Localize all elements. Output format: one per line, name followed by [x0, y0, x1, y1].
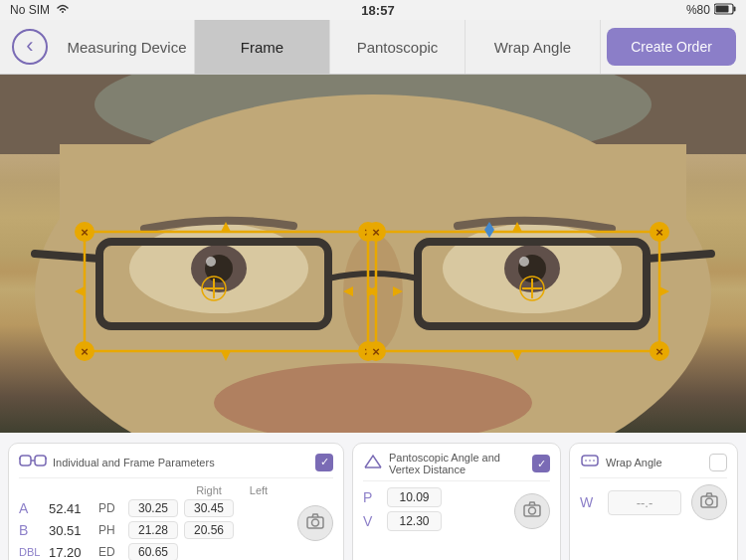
row-V: V 12.30 — [363, 511, 504, 531]
bottom-panels: Individual and Frame Parameters ✓ Right … — [0, 433, 746, 560]
status-bar: No SIM 18:57 %80 — [0, 0, 746, 20]
pd-left[interactable]: 30.45 — [184, 499, 234, 517]
svg-rect-54 — [20, 456, 31, 466]
row-A: A 52.41 PD 30.25 30.45 — [19, 499, 289, 517]
value-B: 30.51 — [49, 523, 98, 538]
panel2-check[interactable]: ✓ — [532, 455, 550, 472]
tab-measuring-device[interactable]: Measuring Device — [60, 20, 195, 74]
tab-bar: ‹ Measuring Device Frame Pantoscopic Wra… — [0, 20, 746, 75]
pd-right[interactable]: 30.25 — [128, 499, 178, 517]
label-B: B — [19, 522, 49, 538]
ed-value[interactable]: 60.65 — [128, 543, 178, 560]
glasses-icon — [19, 452, 47, 472]
tab-wrap-angle[interactable]: Wrap Angle — [466, 20, 601, 74]
sublabel-ED: ED — [98, 545, 128, 559]
wrap-icon — [580, 452, 600, 472]
row-P: P 10.09 — [363, 487, 504, 507]
panel-wrap-angle: Wrap Angle W --.- — [569, 443, 738, 560]
svg-rect-55 — [35, 456, 46, 466]
tab-pantoscopic[interactable]: Pantoscopic — [330, 20, 466, 74]
panel1-left-data: Right Left A 52.41 PD 30.25 30.45 B 30.5… — [19, 484, 289, 560]
panel1-header: Individual and Frame Parameters ✓ — [19, 452, 333, 478]
battery-icon — [714, 3, 736, 18]
angle-icon — [363, 454, 383, 474]
panel3-camera-button[interactable] — [691, 484, 727, 520]
svg-point-63 — [706, 498, 713, 505]
status-left: No SIM — [10, 3, 70, 17]
value-P[interactable]: 10.09 — [387, 487, 442, 507]
panel2-data: P 10.09 V 12.30 — [363, 487, 504, 535]
ph-right[interactable]: 21.28 — [128, 521, 178, 539]
battery-label: %80 — [686, 3, 710, 17]
status-right: %80 — [686, 3, 736, 18]
carrier-label: No SIM — [10, 3, 50, 17]
row-DBL: DBL 17.20 ED 60.65 — [19, 543, 289, 560]
col-left-label: Left — [234, 484, 283, 496]
value-DBL: 17.20 — [49, 545, 98, 560]
camera-view: × × × × × × × × — [0, 75, 746, 433]
panel3-body: W --.- — [580, 484, 727, 520]
label-V: V — [363, 513, 383, 529]
row-B: B 30.51 PH 21.28 20.56 — [19, 521, 289, 539]
panel1-camera-button[interactable] — [297, 505, 333, 541]
panel1-check[interactable]: ✓ — [315, 454, 333, 471]
panel3-header: Wrap Angle — [580, 452, 727, 478]
time-label: 18:57 — [361, 3, 394, 18]
label-A: A — [19, 500, 49, 516]
panel1-title: Individual and Frame Parameters — [53, 457, 309, 468]
camera-icon-2 — [523, 501, 541, 521]
svg-point-57 — [312, 519, 319, 526]
sublabel-PD: PD — [98, 501, 128, 515]
panel2-title: Pantoscopic Angle and Vertex Distance — [389, 452, 526, 475]
camera-icon-1 — [306, 513, 324, 533]
tab-frame[interactable]: Frame — [195, 20, 330, 74]
panel-frame-parameters: Individual and Frame Parameters ✓ Right … — [8, 443, 344, 560]
label-W: W — [580, 494, 602, 510]
value-W[interactable]: --.- — [608, 490, 681, 515]
ph-left[interactable]: 20.56 — [184, 521, 234, 539]
wifi-icon — [56, 3, 70, 17]
panel3-check[interactable] — [709, 454, 727, 471]
panel-pantoscopic: Pantoscopic Angle and Vertex Distance ✓ … — [352, 443, 561, 560]
col-right-label: Right — [184, 484, 234, 496]
create-order-button[interactable]: Create Order — [607, 28, 736, 66]
camera-icon-3 — [700, 492, 718, 512]
face-background — [0, 75, 746, 433]
panel2-camera-button[interactable] — [514, 493, 550, 529]
back-icon: ‹ — [26, 33, 33, 59]
svg-point-60 — [529, 507, 536, 514]
back-circle[interactable]: ‹ — [12, 29, 48, 65]
value-V[interactable]: 12.30 — [387, 511, 442, 531]
label-DBL: DBL — [19, 546, 49, 558]
sublabel-PH: PH — [98, 523, 128, 537]
label-P: P — [363, 489, 383, 505]
value-A: 52.41 — [49, 501, 98, 516]
svg-rect-1 — [733, 6, 735, 11]
svg-rect-2 — [715, 5, 728, 12]
panel2-header: Pantoscopic Angle and Vertex Distance ✓ — [363, 452, 550, 481]
panel3-title: Wrap Angle — [606, 457, 703, 468]
back-button[interactable]: ‹ — [0, 20, 60, 74]
